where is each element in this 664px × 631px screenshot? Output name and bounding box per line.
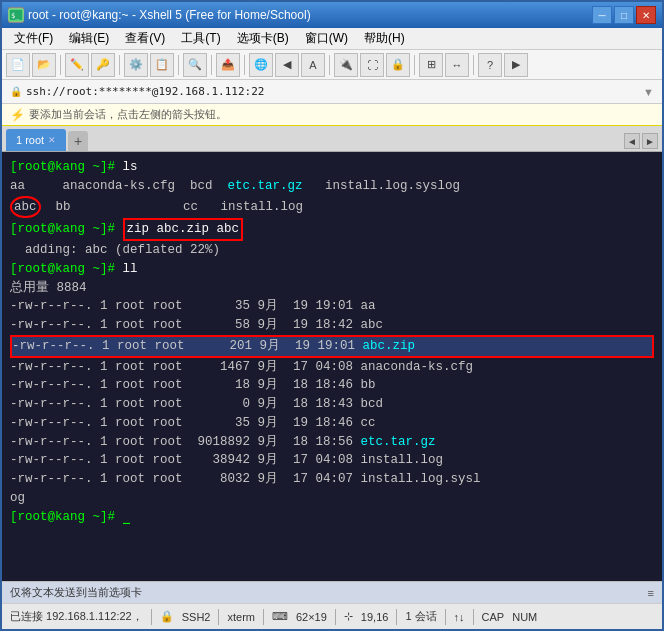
info-icon: ⚡: [10, 108, 25, 122]
status-cursor-icon: ⊹: [344, 610, 353, 623]
open-button[interactable]: 📂: [32, 53, 56, 77]
expand-button[interactable]: ↔: [445, 53, 469, 77]
search-button[interactable]: 🔍: [183, 53, 207, 77]
toolbar-separator-8: [473, 55, 474, 75]
terminal-line-1: [root@kang ~]# ls: [10, 158, 654, 177]
status-arrows: ↑↓: [454, 611, 465, 623]
terminal-line-15: -rw-r--r--. 1 root root 9018892 9月 18 18…: [10, 433, 654, 452]
tab-add-button[interactable]: +: [68, 131, 88, 151]
terminal-line-5: adding: abc (deflated 22%): [10, 241, 654, 260]
new-session-button[interactable]: 📄: [6, 53, 30, 77]
terminal-line-8: -rw-r--r--. 1 root root 35 9月 19 19:01 a…: [10, 297, 654, 316]
toolbar-separator-3: [178, 55, 179, 75]
terminal-line-2: aa anaconda-ks.cfg bcd etc.tar.gz instal…: [10, 177, 654, 196]
menu-tools[interactable]: 工具(T): [173, 28, 228, 49]
menu-file[interactable]: 文件(F): [6, 28, 61, 49]
key-button[interactable]: 🔑: [91, 53, 115, 77]
app-icon: $_: [8, 7, 24, 23]
status-position: 19,16: [361, 611, 389, 623]
status-divider-5: [396, 609, 397, 625]
toolbar-separator-6: [329, 55, 330, 75]
globe-button[interactable]: 🌐: [249, 53, 273, 77]
connect-button[interactable]: 🔌: [334, 53, 358, 77]
terminal-line-9: -rw-r--r--. 1 root root 58 9月 19 18:42 a…: [10, 316, 654, 335]
terminal-line-19: [root@kang ~]# █: [10, 508, 654, 527]
maximize-button[interactable]: □: [614, 6, 634, 24]
toolbar: 📄 📂 ✏️ 🔑 ⚙️ 📋 🔍 📤 🌐 ◀ A 🔌 ⛶ 🔒 ⊞ ↔ ? ▶: [2, 50, 662, 80]
status-divider-3: [263, 609, 264, 625]
bottom-input-bar: 仅将文本发送到当前选项卡 ≡: [2, 581, 662, 603]
status-caps: CAP: [482, 611, 505, 623]
terminal-line-18: og: [10, 489, 654, 508]
status-term: xterm: [227, 611, 255, 623]
status-divider-7: [473, 609, 474, 625]
menu-edit[interactable]: 编辑(E): [61, 28, 117, 49]
window-title: root - root@kang:~ - Xshell 5 (Free for …: [28, 8, 592, 22]
tab-root[interactable]: 1 root ✕: [6, 129, 66, 151]
more-button[interactable]: ▶: [504, 53, 528, 77]
status-divider-2: [218, 609, 219, 625]
terminal-line-10: -rw-r--r--. 1 root root 201 9月 19 19:01 …: [10, 335, 654, 358]
tab-nav-right[interactable]: ►: [642, 133, 658, 149]
terminal-line-4: [root@kang ~]# zip abc.zip abc: [10, 218, 654, 241]
terminal-container: [root@kang ~]# ls aa anaconda-ks.cfg bcd…: [2, 152, 662, 581]
fullscreen-button[interactable]: ⛶: [360, 53, 384, 77]
terminal-line-7: 总用量 8884: [10, 279, 654, 298]
terminal-line-12: -rw-r--r--. 1 root root 18 9月 18 18:46 b…: [10, 376, 654, 395]
status-connected: 已连接 192.168.1.112:22，: [10, 609, 143, 624]
help-button[interactable]: ?: [478, 53, 502, 77]
info-bar: ⚡ 要添加当前会话，点击左侧的箭头按钮。: [2, 104, 662, 126]
layout-button[interactable]: ⊞: [419, 53, 443, 77]
toolbar-separator-1: [60, 55, 61, 75]
status-protocol: SSH2: [182, 611, 211, 623]
bottom-icon-1[interactable]: ≡: [648, 587, 654, 599]
terminal-line-13: -rw-r--r--. 1 root root 0 9月 18 18:43 bc…: [10, 395, 654, 414]
status-lock-icon: 🔒: [160, 610, 174, 623]
tab-nav-left[interactable]: ◄: [624, 133, 640, 149]
tab-close-button[interactable]: ✕: [48, 135, 56, 145]
bottom-icons: ≡: [648, 587, 654, 599]
menu-tabs[interactable]: 选项卡(B): [229, 28, 297, 49]
pencil-button[interactable]: ✏️: [65, 53, 89, 77]
tab-bar: 1 root ✕ + ◄ ►: [2, 126, 662, 152]
properties-button[interactable]: 📋: [150, 53, 174, 77]
menu-window[interactable]: 窗口(W): [297, 28, 356, 49]
toolbar-separator-4: [211, 55, 212, 75]
terminal-line-14: -rw-r--r--. 1 root root 35 9月 19 18:46 c…: [10, 414, 654, 433]
terminal-line-3: abc bb cc install.log: [10, 196, 654, 219]
toolbar-separator-5: [244, 55, 245, 75]
terminal-line-11: -rw-r--r--. 1 root root 1467 9月 17 04:08…: [10, 358, 654, 377]
main-window: $_ root - root@kang:~ - Xshell 5 (Free f…: [0, 0, 664, 631]
info-text: 要添加当前会话，点击左侧的箭头按钮。: [29, 107, 227, 122]
status-cols-icon: ⌨: [272, 610, 288, 623]
close-button[interactable]: ✕: [636, 6, 656, 24]
status-divider-1: [151, 609, 152, 625]
address-text: ssh://root:********@192.168.1.112:22: [26, 85, 264, 98]
terminal-line-16: -rw-r--r--. 1 root root 38942 9月 17 04:0…: [10, 451, 654, 470]
status-bar: 已连接 192.168.1.112:22， 🔒 SSH2 xterm ⌨ 62×…: [2, 603, 662, 629]
menu-view[interactable]: 查看(V): [117, 28, 173, 49]
font-button[interactable]: A: [301, 53, 325, 77]
status-divider-6: [445, 609, 446, 625]
tab-navigation: ◄ ►: [624, 133, 658, 151]
terminal-line-17: -rw-r--r--. 1 root root 8032 9月 17 04:07…: [10, 470, 654, 489]
tab-label: 1 root: [16, 134, 44, 146]
title-bar: $_ root - root@kang:~ - Xshell 5 (Free f…: [2, 2, 662, 28]
toolbar-separator-7: [414, 55, 415, 75]
status-divider-4: [335, 609, 336, 625]
back-button[interactable]: ◀: [275, 53, 299, 77]
toolbar-separator-2: [119, 55, 120, 75]
lock-icon: 🔒: [10, 86, 22, 97]
menu-help[interactable]: 帮助(H): [356, 28, 413, 49]
svg-text:$_: $_: [11, 12, 20, 20]
menu-bar: 文件(F) 编辑(E) 查看(V) 工具(T) 选项卡(B) 窗口(W) 帮助(…: [2, 28, 662, 50]
address-arrow[interactable]: ▼: [643, 86, 654, 98]
terminal-output[interactable]: [root@kang ~]# ls aa anaconda-ks.cfg bcd…: [2, 152, 662, 581]
lock-button[interactable]: 🔒: [386, 53, 410, 77]
minimize-button[interactable]: ─: [592, 6, 612, 24]
status-num: NUM: [512, 611, 537, 623]
transfer-button[interactable]: 📤: [216, 53, 240, 77]
status-cols-rows: 62×19: [296, 611, 327, 623]
terminal-line-6: [root@kang ~]# ll: [10, 260, 654, 279]
settings-button[interactable]: ⚙️: [124, 53, 148, 77]
